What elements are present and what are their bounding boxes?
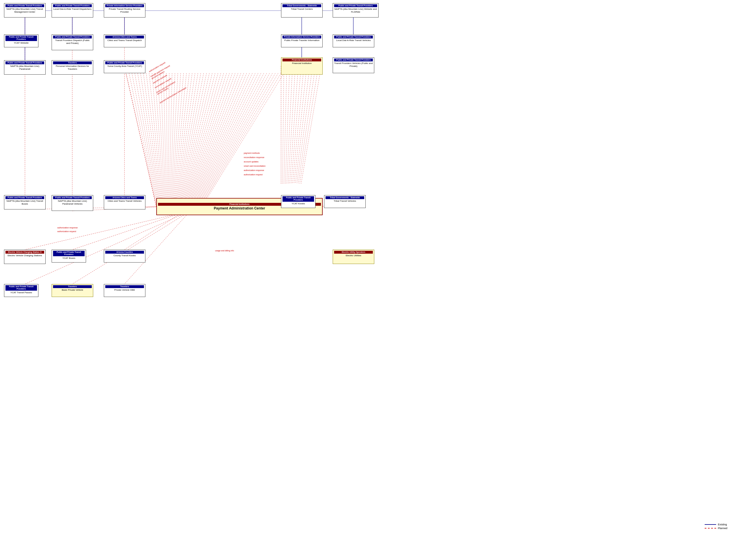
node-public-private-traveler-info: Private Information Service Providers Pu…	[281, 34, 323, 47]
node-tribal-centers-label: Tribal Transit Centers	[291, 8, 313, 10]
svg-line-4	[124, 67, 156, 206]
svg-line-73	[300, 66, 318, 184]
connection-lines	[0, 0, 756, 542]
node-ycat-label: Yuma County Area Transit (YCAT)	[107, 65, 142, 67]
node-naipta-website-label: NAIPTA (dba Mountain Line) Website and F…	[334, 8, 377, 13]
node-ev-charging-stations: Electric Vehicle Charging Station O Elec…	[4, 249, 46, 264]
node-ycat-buses: Public and Private Transit Providers YCA…	[52, 249, 86, 262]
svg-line-47	[192, 73, 250, 205]
flow-label-bottom-auth2: authorization request	[57, 230, 76, 232]
svg-line-43	[189, 73, 238, 205]
diagram-container: Public and Private Transit Providers NAI…	[0, 0, 756, 542]
node-ycat-kiosks-label: YCAT Kiosks	[292, 202, 305, 205]
node-ycat-buses-category: Public and Private Transit Providers	[53, 251, 85, 256]
svg-line-71	[297, 66, 313, 184]
node-private-routing-label: Private Transit Routing Service Provider	[109, 8, 141, 13]
node-personal-info-devices-category: Travelers	[53, 61, 92, 64]
legend-existing-label: Existing	[718, 523, 727, 526]
flow-label-smart-card: smart card reconciliation	[156, 81, 176, 93]
flow-label-right-payment: payment methods	[244, 152, 260, 154]
node-ycat-transit-passes-label: YCAT Transit Passes	[10, 291, 32, 294]
legend: Existing Planned	[705, 523, 727, 531]
node-local-dial-vehicles-label: Local Dial-A-Ride Transit Vehicles	[336, 39, 371, 42]
node-ycat-transit-passes: Public and Private Transit Providers YCA…	[4, 284, 38, 297]
node-ycat-website: Public and Private Transit Providers YCA…	[4, 34, 38, 47]
svg-line-68	[293, 66, 304, 184]
svg-line-18	[166, 73, 167, 205]
node-naipta-buses: Public and Private Transit Providers NAI…	[4, 195, 46, 209]
node-financial-institution-label: Financial Institution	[292, 62, 311, 65]
svg-line-61	[282, 66, 284, 184]
node-naipta-buses-label: NAIPTA (dba Mountain Line) Transit Buses	[7, 200, 43, 205]
node-tribal-transit-vehicles-category: Tribal Governments - Statewide	[326, 196, 364, 199]
svg-line-39	[186, 73, 227, 205]
node-ycat-transit-passes-category: Public and Private Transit Providers	[5, 285, 37, 291]
node-cities-towns-transit-vehicles: Arizona Cities and Towns Cities and Town…	[104, 195, 145, 209]
node-private-routing-category: Private Information Service Providers	[105, 4, 144, 7]
svg-line-42	[188, 73, 235, 205]
svg-line-29	[177, 73, 198, 205]
node-transit-dispatch-category: Public and Private Transit Providers	[53, 36, 92, 38]
node-private-vehicle-obe: Travelers Private Vehicle OBE	[104, 284, 145, 297]
node-local-dial-dispatchers: Public and Private Transit Providers Loc…	[52, 3, 93, 17]
svg-line-17	[163, 73, 167, 205]
node-cities-towns-transit-vehicles-category: Arizona Cities and Towns	[105, 196, 144, 199]
svg-line-19	[168, 73, 169, 205]
node-naipta-buses-category: Public and Private Transit Providers	[5, 196, 44, 199]
svg-line-54	[198, 73, 270, 205]
node-naipta-paratransit: Public and Private Transit Providers NAI…	[4, 60, 46, 75]
node-public-private-traveler-info-category: Private Information Service Providers	[282, 36, 321, 38]
svg-line-44	[190, 73, 241, 205]
svg-line-77	[124, 215, 178, 249]
node-naipta-paratransit-vehicles: Public and Private Transit Providers NAI…	[52, 195, 93, 211]
svg-line-38	[185, 73, 224, 205]
svg-line-46	[192, 73, 247, 205]
svg-line-56	[200, 73, 275, 205]
node-public-private-traveler-info-label: Public Private Traveler Information	[284, 39, 319, 42]
node-local-dial-vehicles: Public and Private Transit Providers Loc…	[333, 34, 374, 47]
svg-line-67	[291, 66, 301, 184]
node-transit-vehicles-public-label: Transit Providers Vehicles (Public and P…	[334, 62, 373, 67]
node-basic-private-vehicle: Travelers Basic Private Vehicle	[52, 284, 93, 297]
node-transit-dispatch: Public and Private Transit Providers Tra…	[52, 34, 93, 50]
node-county-transit-kiosks-label: County Transit Kiosks	[114, 254, 136, 257]
node-naipta-paratransit-label: NAIPTA (dba Mountain Line) Paratransit	[10, 65, 39, 70]
svg-line-78	[25, 215, 181, 284]
flow-label-right-reconciliation: reconciliation response	[244, 156, 264, 158]
svg-line-8	[138, 73, 159, 205]
node-electric-utilities: Electric Utility Operators Electric Util…	[333, 249, 374, 264]
flow-label-right-smart-card: smart card reconciliation	[244, 165, 266, 167]
flow-label-bottom-auth: authorization response	[57, 227, 78, 229]
node-naipta-website-category: Public and Private Transit Providers	[334, 4, 377, 7]
node-cities-towns-dispatch-category: Arizona Cities and Towns	[105, 36, 144, 38]
node-ycat-website-label: YCAT Website	[14, 42, 29, 44]
legend-existing-line	[705, 524, 716, 525]
svg-line-3	[124, 67, 156, 206]
svg-line-34	[181, 73, 212, 205]
svg-line-32	[180, 73, 206, 205]
node-personal-info-devices-label: Personal Information Devices for Travele…	[56, 65, 89, 70]
svg-line-49	[194, 73, 255, 205]
svg-line-59	[203, 73, 284, 205]
svg-line-40	[186, 73, 229, 205]
node-county-transit-kiosks-category: Arizona Counties	[105, 251, 144, 253]
node-naipta-paratransit-category: Public and Private Transit Providers	[5, 61, 44, 64]
svg-line-75	[25, 215, 172, 249]
svg-line-45	[191, 73, 244, 205]
node-electric-utilities-category: Electric Utility Operators	[334, 251, 373, 253]
svg-line-70	[295, 66, 310, 184]
node-naipta-tmc-label: NAIPTA (dba Mountain Line) Transit Manag…	[7, 8, 43, 13]
node-local-dial-dispatchers-category: Public and Private Transit Providers	[53, 4, 92, 7]
node-tribal-transit-vehicles: Tribal Governments - Statewide Tribal Tr…	[324, 195, 366, 208]
svg-line-37	[184, 73, 221, 205]
svg-line-52	[197, 73, 264, 205]
svg-line-74	[301, 66, 321, 184]
node-cities-towns-dispatch-label: Cities and Towns Transit Dispatch	[108, 39, 142, 42]
svg-line-48	[193, 73, 252, 205]
svg-line-69	[294, 66, 307, 184]
node-transit-vehicles-public-category: Public and Private Transit Providers	[334, 58, 373, 61]
legend-planned-item: Planned	[705, 527, 727, 530]
node-private-vehicle-obe-category: Travelers	[105, 285, 144, 288]
flow-label-reconciliation: reconciliation request	[154, 77, 172, 89]
legend-planned-label: Planned	[718, 527, 727, 530]
